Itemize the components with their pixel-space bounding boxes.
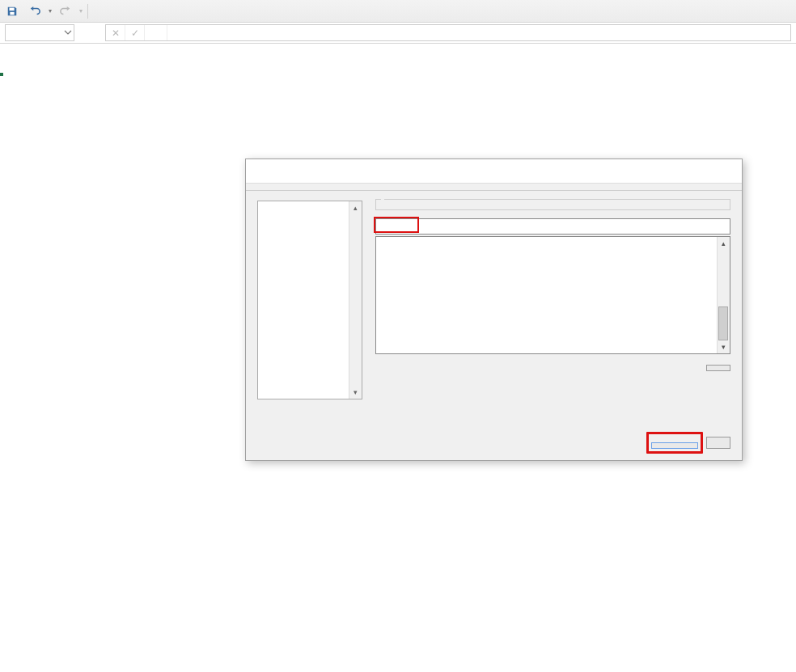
undo-icon [29, 6, 40, 17]
undo-dropdown[interactable]: ▾ [49, 7, 52, 15]
undo-button[interactable] [26, 2, 44, 20]
help-button[interactable] [671, 159, 703, 184]
redo-button[interactable] [57, 2, 74, 20]
scroll-up-icon[interactable]: ▴ [718, 237, 730, 250]
scrollbar[interactable]: ▴ ▾ [349, 201, 362, 399]
dialog-titlebar[interactable] [246, 159, 742, 184]
format-list[interactable]: ▴ ▾ [375, 236, 730, 354]
name-box[interactable] [5, 24, 74, 41]
cancel-formula-button[interactable]: ✕ [106, 25, 125, 40]
close-button[interactable] [703, 159, 735, 184]
save-icon [6, 6, 18, 17]
formula-bar: ✕ ✓ [0, 23, 796, 44]
scroll-down-icon[interactable]: ▾ [718, 340, 730, 353]
chevron-down-icon [64, 28, 72, 36]
sample-box [375, 199, 730, 210]
redo-icon [60, 6, 71, 17]
accept-formula-button[interactable]: ✓ [125, 25, 145, 40]
redo-dropdown[interactable]: ▾ [79, 7, 83, 15]
ok-button[interactable] [651, 442, 698, 449]
cancel-button[interactable] [706, 437, 730, 449]
scroll-down-icon[interactable]: ▾ [349, 386, 362, 399]
separator [87, 4, 88, 19]
category-list[interactable]: ▴ ▾ [257, 201, 362, 399]
hint-text [246, 408, 742, 416]
quick-access-toolbar: ▾ ▾ [0, 0, 796, 23]
scrollbar[interactable]: ▴ ▾ [717, 237, 730, 353]
fx-label[interactable] [145, 25, 167, 40]
scroll-up-icon[interactable]: ▴ [349, 201, 362, 214]
svg-rect-1 [10, 11, 14, 15]
save-button[interactable] [3, 2, 21, 20]
scroll-thumb[interactable] [718, 306, 728, 340]
delete-button[interactable] [706, 365, 730, 371]
formula-input[interactable] [167, 27, 790, 39]
selection-border [0, 73, 3, 76]
dialog-tabs [246, 184, 742, 191]
check-icon: ✓ [131, 27, 139, 39]
x-icon: ✕ [112, 27, 120, 39]
type-input[interactable] [375, 218, 730, 235]
svg-rect-0 [10, 7, 15, 11]
format-cells-dialog: ▴ ▾ ▴ ▾ [245, 158, 743, 461]
